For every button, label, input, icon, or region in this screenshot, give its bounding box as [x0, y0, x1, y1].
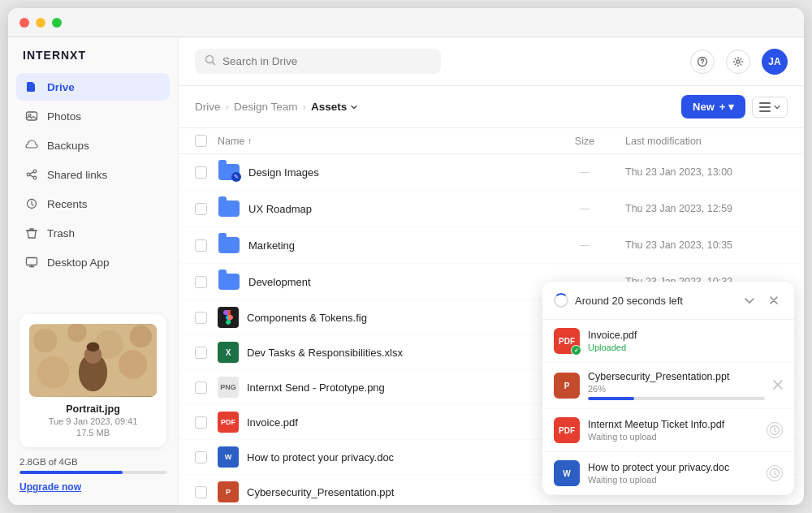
file-name: UX Roadmap [248, 203, 312, 215]
row-checkbox[interactable] [195, 276, 207, 288]
table-row[interactable]: Marketing — Thu 23 Jan 2023, 10:35 [179, 227, 804, 264]
folder-icon [218, 197, 240, 220]
upload-item-status: Waiting to upload [588, 475, 758, 485]
file-name-cell: UX Roadmap [218, 197, 544, 220]
upload-item-info: Cybersecurity_Presentation.ppt 26% [588, 371, 765, 400]
figma-file-icon [218, 307, 239, 328]
upload-item-info: Invoice.pdf Uploaded [588, 330, 783, 352]
new-button[interactable]: New + ▾ [681, 95, 745, 119]
row-checkbox[interactable] [195, 382, 207, 394]
svg-point-12 [37, 356, 69, 388]
upload-item-cancel-button[interactable] [773, 378, 783, 393]
sidebar-item-photos-label: Photos [47, 110, 81, 123]
upload-item: W How to protect your privacy.doc Waitin… [542, 452, 794, 495]
upload-item: P Cybersecurity_Presentation.ppt 26% [542, 363, 794, 409]
file-name-cell: Marketing [218, 234, 544, 256]
row-checkbox[interactable] [195, 347, 207, 359]
file-name-cell: X Dev Tasks & Responsibilities.xlsx [218, 342, 544, 363]
upload-spinner [554, 293, 568, 308]
svg-point-21 [736, 60, 740, 63]
upload-item-wait-icon [767, 422, 783, 438]
sidebar-item-backups[interactable]: Backups [16, 131, 170, 159]
search-input[interactable] [222, 55, 431, 67]
upload-collapse-button[interactable] [741, 291, 758, 309]
view-toggle-button[interactable] [752, 97, 788, 118]
sidebar-nav: Drive Photos [8, 70, 178, 304]
row-checkbox[interactable] [195, 416, 207, 429]
sidebar-item-shared[interactable]: Shared links [16, 161, 170, 188]
svg-rect-24 [759, 110, 771, 112]
close-dot[interactable] [19, 18, 29, 28]
row-checkbox[interactable] [195, 451, 207, 463]
svg-point-8 [33, 329, 57, 352]
svg-point-3 [33, 176, 37, 179]
folder-icon [218, 234, 240, 256]
svg-point-11 [130, 325, 152, 347]
row-checkbox[interactable] [195, 203, 207, 215]
user-avatar[interactable]: JA [762, 49, 788, 75]
svg-rect-0 [27, 112, 37, 120]
view-chevron-icon [774, 104, 780, 110]
upload-item-ppt-icon: P [554, 373, 580, 399]
list-view-icon [759, 102, 771, 112]
row-checkbox[interactable] [195, 166, 207, 179]
upload-item-info: How to protect your privacy.doc Waiting … [588, 462, 758, 485]
storage-bar [19, 471, 166, 474]
upload-item-name: Cybersecurity_Presentation.ppt [588, 371, 765, 382]
minimize-dot[interactable] [36, 18, 45, 28]
upload-item-status: Waiting to upload [588, 432, 758, 442]
folder-edit-badge: ✎ [231, 172, 241, 182]
help-button[interactable] [690, 50, 715, 74]
breadcrumb-drive[interactable]: Drive [195, 101, 221, 113]
upload-item-info: Internxt Meetup Ticket Info.pdf Waiting … [588, 419, 758, 442]
row-checkbox[interactable] [195, 239, 207, 252]
svg-point-17 [87, 342, 100, 351]
upload-close-button[interactable] [765, 291, 783, 309]
titlebar [8, 8, 804, 37]
size-column-header: Size [544, 136, 625, 147]
file-date: Thu 23 Jan 2023, 10:35 [625, 239, 788, 251]
upload-item: PDF ✓ Invoice.pdf Uploaded [542, 320, 794, 363]
upgrade-link[interactable]: Upgrade now [19, 481, 81, 493]
row-checkbox[interactable] [195, 312, 207, 324]
upload-header-actions [741, 291, 783, 309]
select-all-checkbox[interactable] [195, 135, 218, 147]
name-column-header[interactable]: Name ↑ [218, 136, 544, 147]
sidebar-item-drive[interactable]: Drive [16, 73, 170, 101]
app-window: INTERNXT Drive [8, 8, 804, 505]
table-row[interactable]: ✎ Design Images — Thu 23 Jan 2023, 13:00 [179, 154, 804, 191]
search-bar[interactable] [195, 49, 441, 74]
breadcrumb: Drive › Design Team › Assets [195, 101, 358, 113]
svg-point-14 [119, 350, 147, 378]
sidebar-item-photos[interactable]: Photos [16, 102, 170, 130]
content-toolbar: Drive › Design Team › Assets New [179, 86, 804, 128]
folder-icon: ✎ [218, 161, 240, 183]
upload-item-pdf2-icon: PDF [554, 417, 580, 443]
sidebar-item-recents[interactable]: Recents [16, 190, 170, 218]
file-date: Thu 23 Jan 2023, 13:00 [625, 166, 788, 178]
maximize-dot[interactable] [52, 18, 62, 28]
file-name-cell: Components & Tokens.fig [218, 307, 544, 328]
file-name: Invoice.pdf [247, 416, 298, 429]
sidebar: INTERNXT Drive [8, 37, 179, 505]
preview-bg-pattern [29, 324, 157, 397]
file-name: Design Images [248, 166, 319, 179]
date-column-header: Last modification [625, 136, 788, 147]
backups-icon [24, 138, 39, 153]
sidebar-item-trash[interactable]: Trash [16, 219, 170, 247]
file-date: Thu 23 Jan 2023, 12:59 [625, 203, 788, 214]
row-checkbox[interactable] [195, 486, 207, 498]
storage-section: 2.8GB of 4GB Upgrade now [8, 457, 178, 505]
sidebar-item-desktop[interactable]: Desktop App [16, 248, 170, 276]
settings-button[interactable] [726, 50, 750, 74]
table-row[interactable]: UX Roadmap — Thu 23 Jan 2023, 12:59 [179, 191, 804, 227]
upload-item-wait-icon-2 [767, 465, 783, 481]
upload-item-name: Internxt Meetup Ticket Info.pdf [588, 419, 758, 430]
breadcrumb-dropdown-icon[interactable] [350, 103, 358, 111]
breadcrumb-design-team[interactable]: Design Team [234, 101, 298, 113]
shared-links-icon [24, 167, 39, 182]
upload-popup-header: Around 20 seconds left [542, 282, 794, 320]
trash-icon [24, 226, 39, 240]
uploaded-check-badge: ✓ [571, 345, 581, 356]
content-area: Drive › Design Team › Assets New [179, 86, 804, 505]
